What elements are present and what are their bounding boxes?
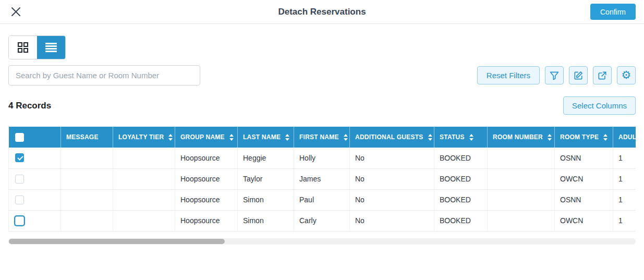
close-button[interactable] [8, 5, 23, 19]
sort-arrows-icon[interactable] [469, 134, 473, 141]
cell-adults: 1 [613, 148, 636, 168]
cell-group_name: Hoopsource [175, 148, 238, 168]
cell-room_type: OSNN [555, 189, 613, 210]
sort-arrows-icon[interactable] [229, 134, 234, 141]
select-columns-button[interactable]: Select Columns [563, 96, 636, 115]
records-count: 4 Records [8, 101, 51, 111]
row-checkbox[interactable] [15, 153, 24, 162]
column-label: ADULTS [618, 133, 636, 141]
search-input[interactable] [8, 65, 200, 86]
cell-last_name: Heggie [238, 148, 294, 168]
column-header-room_type[interactable]: ROOM TYPE [555, 127, 613, 148]
column-header-loyalty_tier[interactable]: LOYALTY TIER [113, 127, 175, 148]
cell-group_name: Hoopsource [175, 189, 238, 210]
column-header-group_name[interactable]: GROUP NAME [175, 127, 238, 148]
horizontal-scrollbar[interactable] [8, 238, 636, 245]
grid-view-button[interactable] [9, 36, 37, 59]
edit-icon [573, 70, 584, 81]
cell-message [61, 168, 113, 189]
reservations-table-container: MESSAGELOYALTY TIERGROUP NAMELAST NAMEFI… [8, 127, 636, 232]
column-label: ROOM NUMBER [493, 133, 543, 141]
select-all-checkbox[interactable] [15, 133, 24, 142]
cell-status: BOOKED [434, 168, 488, 189]
top-bar: Detach Reservations Confirm [0, 0, 644, 24]
table-header-row: MESSAGELOYALTY TIERGROUP NAMELAST NAMEFI… [9, 127, 636, 148]
sort-arrows-icon[interactable] [603, 134, 607, 141]
cell-room_number [488, 168, 555, 189]
cell-additional_guests: No [350, 210, 434, 231]
row-checkbox[interactable] [15, 196, 24, 204]
page-title: Detach Reservations [0, 7, 644, 17]
reservations-table: MESSAGELOYALTY TIERGROUP NAMELAST NAMEFI… [8, 127, 636, 232]
cell-first_name: Paul [294, 189, 350, 210]
export-icon [597, 70, 607, 81]
column-header-last_name[interactable]: LAST NAME [238, 127, 294, 148]
sort-arrows-icon[interactable] [344, 134, 348, 141]
cell-select [9, 210, 61, 231]
cell-first_name: Holly [294, 148, 350, 168]
cell-loyalty_tier [113, 168, 175, 189]
column-label: LOYALTY TIER [118, 133, 164, 141]
list-view-button[interactable] [37, 36, 65, 59]
cell-select [9, 189, 61, 210]
settings-icon: ⚙ [622, 70, 631, 81]
edit-button[interactable] [569, 66, 588, 84]
list-view-icon [45, 43, 57, 52]
settings-button[interactable]: ⚙ [617, 66, 636, 84]
column-label: MESSAGE [66, 133, 99, 141]
column-header-adults[interactable]: ADULTS [613, 127, 636, 148]
cell-group_name: Hoopsource [175, 210, 238, 231]
column-header-status[interactable]: STATUS [434, 127, 488, 148]
cell-message [61, 210, 113, 231]
cell-message [61, 148, 113, 168]
scrollbar-thumb[interactable] [9, 239, 225, 244]
reset-filters-button[interactable]: Reset Filters [477, 66, 540, 84]
column-header-message: MESSAGE [61, 127, 113, 148]
cell-room_number [488, 210, 555, 231]
cell-status: BOOKED [434, 189, 488, 210]
sort-arrows-icon[interactable] [428, 134, 432, 141]
table-row: HoopsourceSimonCarlyNoBOOKEDOWCN1 [9, 210, 636, 231]
filter-button[interactable] [545, 66, 564, 84]
column-header-additional_guests[interactable]: ADDITIONAL GUESTS [350, 127, 434, 148]
cell-room_number [488, 148, 555, 168]
cell-adults: 1 [613, 210, 636, 231]
cell-status: BOOKED [434, 148, 488, 168]
column-label: ROOM TYPE [560, 133, 599, 141]
cell-adults: 1 [613, 189, 636, 210]
confirm-button[interactable]: Confirm [590, 4, 636, 20]
toolbar-actions: Reset Filters [477, 66, 636, 84]
table-row: HoopsourceTaylorJamesNoBOOKEDOWCN1 [9, 168, 636, 189]
cell-additional_guests: No [350, 189, 434, 210]
sort-arrows-icon[interactable] [285, 134, 289, 141]
column-label: LAST NAME [243, 133, 281, 141]
column-label: STATUS [440, 133, 465, 141]
table-row: HoopsourceSimonPaulNoBOOKEDOSNN1 [9, 189, 636, 210]
column-label: GROUP NAME [180, 133, 225, 141]
cell-message [61, 189, 113, 210]
cell-first_name: James [294, 168, 350, 189]
column-header-room_number[interactable]: ROOM NUMBER [488, 127, 555, 148]
column-header-select [9, 127, 61, 148]
cell-adults: 1 [613, 168, 636, 189]
cell-loyalty_tier [113, 210, 175, 231]
cell-additional_guests: No [350, 168, 434, 189]
cell-last_name: Taylor [238, 168, 294, 189]
cell-room_type: OSNN [555, 148, 613, 168]
cell-status: BOOKED [434, 210, 488, 231]
cell-select [9, 148, 61, 168]
row-checkbox[interactable] [15, 175, 24, 184]
row-checkbox[interactable] [15, 216, 24, 225]
column-label: FIRST NAME [299, 133, 339, 141]
grid-view-icon [17, 42, 29, 53]
cell-loyalty_tier [113, 189, 175, 210]
sort-arrows-icon[interactable] [548, 134, 552, 141]
cell-last_name: Simon [238, 210, 294, 231]
sort-arrows-icon[interactable] [168, 134, 173, 141]
view-toggle [8, 35, 66, 59]
column-header-first_name[interactable]: FIRST NAME [294, 127, 350, 148]
column-label: ADDITIONAL GUESTS [355, 133, 423, 141]
cell-first_name: Carly [294, 210, 350, 231]
export-button[interactable] [593, 66, 612, 84]
cell-room_number [488, 189, 555, 210]
